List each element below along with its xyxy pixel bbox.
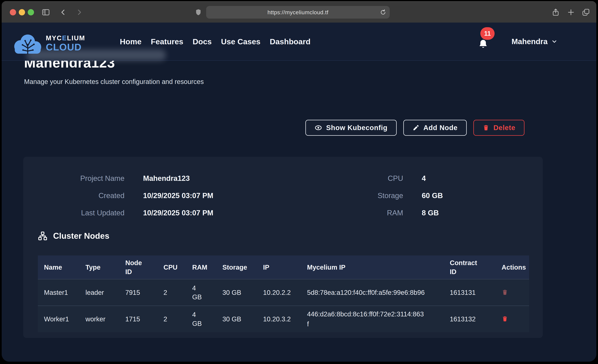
nav-link-features[interactable]: Features	[151, 37, 183, 46]
node-contract-id: 1613132	[444, 306, 495, 332]
eye-icon	[315, 124, 322, 132]
cluster-actions: Show Kubeconfig Add Node Delete	[2, 120, 524, 136]
column-header-cpu: CPU	[157, 256, 186, 279]
browser-window: https://myceliumcloud.tf	[2, 1, 596, 362]
add-node-button[interactable]: Add Node	[403, 120, 467, 136]
url-text: https://myceliumcloud.tf	[267, 9, 328, 16]
main-nav: Home Features Docs Use Cases Dashboard	[120, 23, 311, 60]
column-header-mycelium-ip: Mycelium IP	[301, 256, 444, 279]
nav-link-home[interactable]: Home	[120, 37, 141, 46]
window-zoom-button[interactable]	[28, 9, 34, 16]
node-cpu: 2	[157, 279, 186, 306]
node-name: Worker1	[38, 306, 79, 332]
nav-link-dashboard[interactable]: Dashboard	[270, 37, 311, 46]
trash-icon	[502, 289, 508, 296]
window-minimize-button[interactable]	[19, 9, 25, 16]
window-close-button[interactable]	[10, 9, 16, 16]
share-icon[interactable]	[551, 8, 560, 17]
column-header-actions: Actions	[495, 256, 529, 279]
node-ip: 10.20.3.2	[257, 306, 301, 332]
page-content: Mahendra123 Manage your Kubernetes clust…	[2, 23, 596, 362]
column-header-name: Name	[38, 256, 79, 279]
cluster-nodes-icon	[38, 231, 48, 241]
info-label: Project Name	[23, 170, 125, 187]
cluster-details-panel: Project Name Mahendra123 CPU 4 Created 1…	[23, 157, 543, 338]
node-id: 7915	[119, 279, 157, 306]
info-value: 10/29/2025 03:07 PM	[143, 187, 291, 204]
info-value: 60 GB	[422, 187, 543, 204]
info-label: RAM	[309, 204, 403, 222]
user-menu[interactable]: Mahendra	[511, 23, 559, 60]
privacy-shield-icon	[195, 8, 202, 17]
mycelium-cloud-logo-icon	[12, 31, 43, 56]
notification-badge: 11	[480, 27, 495, 40]
node-storage: 30 GB	[216, 306, 257, 332]
show-kubeconfig-button[interactable]: Show Kubeconfig	[305, 120, 397, 136]
delete-cluster-button[interactable]: Delete	[473, 120, 524, 136]
info-value: 8 GB	[422, 204, 543, 222]
tab-overview-icon[interactable]	[581, 8, 590, 17]
column-header-contract-id: Contract ID	[444, 256, 495, 279]
node-ram: 4 GB	[186, 306, 216, 332]
sidebar-toggle-icon[interactable]	[41, 8, 50, 17]
notifications-bell-icon[interactable]	[478, 38, 489, 50]
pencil-icon	[412, 124, 419, 131]
table-row: Worker1 worker 1715 2 4 GB 30 GB 10.20.3…	[38, 306, 529, 332]
info-label: Last Updated	[23, 204, 125, 222]
brand-name: MYCELIUM CLOUD	[46, 35, 85, 52]
screenshot-root: https://myceliumcloud.tf	[0, 0, 598, 364]
info-value: 4	[422, 170, 543, 187]
brand-logo[interactable]: MYCELIUM CLOUD	[12, 31, 85, 56]
back-icon[interactable]	[59, 8, 67, 17]
address-bar[interactable]: https://myceliumcloud.tf	[206, 6, 390, 19]
column-header-ip: IP	[257, 256, 301, 279]
new-tab-icon[interactable]	[567, 8, 575, 17]
chevron-down-icon	[551, 38, 558, 45]
nav-link-use-cases[interactable]: Use Cases	[221, 37, 260, 46]
nav-link-docs[interactable]: Docs	[193, 37, 212, 46]
node-actions	[495, 279, 529, 306]
node-mycelium-ip: 5d8:78ea:a120:f40c:ff0f:a5fe:99e6:8b96	[301, 279, 444, 306]
cluster-info-grid: Project Name Mahendra123 CPU 4 Created 1…	[23, 170, 543, 222]
info-value: Mahendra123	[143, 170, 291, 187]
node-ram: 4 GB	[186, 279, 216, 306]
info-label: CPU	[309, 170, 403, 187]
node-type: leader	[79, 279, 119, 306]
cluster-nodes-title: Cluster Nodes	[53, 231, 109, 241]
node-actions	[495, 306, 529, 332]
page-subtitle: Manage your Kubernetes cluster configura…	[24, 78, 204, 85]
browser-toolbar: https://myceliumcloud.tf	[2, 1, 596, 23]
node-contract-id: 1613131	[444, 279, 495, 306]
node-name: Master1	[38, 279, 79, 306]
column-header-ram: RAM	[186, 256, 216, 279]
node-ip: 10.20.2.2	[257, 279, 301, 306]
reload-icon[interactable]	[379, 8, 387, 17]
trash-icon	[482, 124, 490, 132]
site-navbar: MYCELIUM CLOUD Home Features Docs Use Ca…	[2, 23, 596, 61]
cluster-nodes-table: Name Type Node ID CPU RAM Storage IP Myc…	[38, 256, 529, 332]
trash-icon	[502, 315, 508, 323]
table-row: Master1 leader 7915 2 4 GB 30 GB 10.20.2…	[38, 279, 529, 306]
delete-node-button[interactable]	[502, 315, 508, 323]
show-kubeconfig-label: Show Kubeconfig	[326, 124, 388, 132]
cluster-nodes-heading: Cluster Nodes	[38, 231, 109, 241]
node-type: worker	[79, 306, 119, 332]
column-header-type: Type	[79, 256, 119, 279]
forward-icon[interactable]	[75, 8, 83, 17]
column-header-storage: Storage	[216, 256, 257, 279]
info-value: 10/29/2025 03:07 PM	[143, 204, 291, 222]
node-cpu: 2	[157, 306, 186, 332]
column-header-node-id: Node ID	[119, 256, 157, 279]
info-label: Created	[23, 187, 125, 204]
node-id: 1715	[119, 306, 157, 332]
delete-node-button[interactable]	[502, 289, 508, 297]
user-name: Mahendra	[512, 37, 548, 46]
info-label: Storage	[309, 187, 403, 204]
node-mycelium-ip: 446:d2a6:8bcd:8c16:ff0f:72e2:3114:863f	[301, 306, 444, 332]
node-storage: 30 GB	[216, 279, 257, 306]
add-node-label: Add Node	[424, 124, 457, 132]
table-header-row: Name Type Node ID CPU RAM Storage IP Myc…	[38, 256, 529, 279]
delete-label: Delete	[493, 124, 515, 132]
